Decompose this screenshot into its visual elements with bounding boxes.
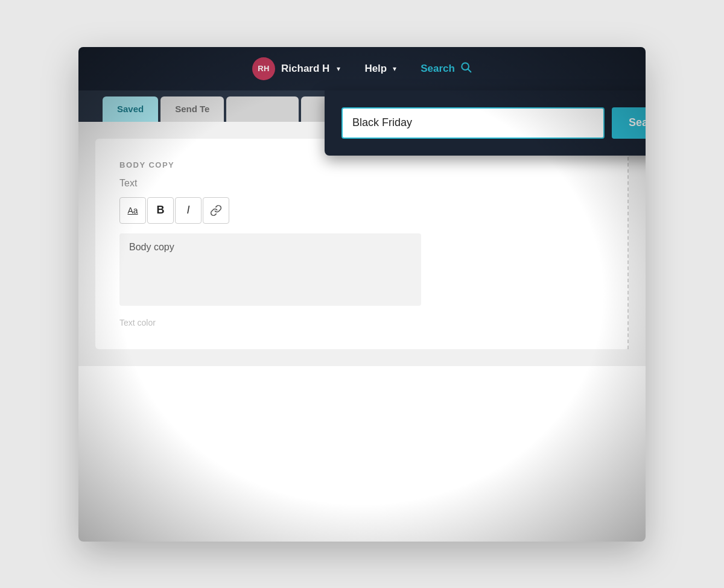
search-icon bbox=[460, 61, 472, 76]
search-nav-label: Search bbox=[421, 63, 455, 75]
tab-send-test[interactable]: Send Te bbox=[160, 96, 224, 122]
format-italic-button[interactable]: I bbox=[175, 197, 202, 224]
navbar: RH Richard H ▾ Help ▾ Search bbox=[78, 47, 646, 90]
format-aa-button[interactable]: Aa bbox=[119, 197, 146, 224]
format-bold-button[interactable]: B bbox=[147, 197, 174, 224]
username-label: Richard H bbox=[281, 63, 329, 75]
editor-panel: BODY COPY Text Aa B I Body copy Text col… bbox=[95, 139, 629, 349]
text-color-label: Text color bbox=[119, 318, 605, 327]
main-content: BODY COPY Text Aa B I Body copy Text col… bbox=[78, 122, 646, 366]
help-chevron-icon: ▾ bbox=[393, 65, 396, 73]
editor-right-border bbox=[627, 139, 629, 349]
format-link-button[interactable] bbox=[203, 197, 229, 224]
help-menu[interactable]: Help ▾ bbox=[364, 63, 396, 75]
body-copy-area[interactable]: Body copy bbox=[119, 233, 421, 306]
format-toolbar: Aa B I bbox=[119, 197, 605, 224]
body-copy-text: Body copy bbox=[129, 242, 174, 252]
field-label: Text bbox=[119, 178, 605, 189]
search-submit-button[interactable]: Search bbox=[612, 107, 646, 139]
svg-line-1 bbox=[468, 69, 471, 72]
user-chevron-icon: ▾ bbox=[337, 65, 340, 73]
avatar: RH bbox=[252, 57, 275, 80]
tab-saved[interactable]: Saved bbox=[103, 96, 158, 122]
user-menu[interactable]: RH Richard H ▾ bbox=[252, 57, 340, 80]
search-button[interactable]: Search bbox=[421, 61, 472, 76]
search-dropdown: Search bbox=[325, 90, 646, 156]
tab-3[interactable] bbox=[226, 96, 299, 122]
search-input[interactable] bbox=[341, 107, 605, 139]
help-label: Help bbox=[364, 63, 387, 75]
section-label: BODY COPY bbox=[119, 160, 605, 169]
